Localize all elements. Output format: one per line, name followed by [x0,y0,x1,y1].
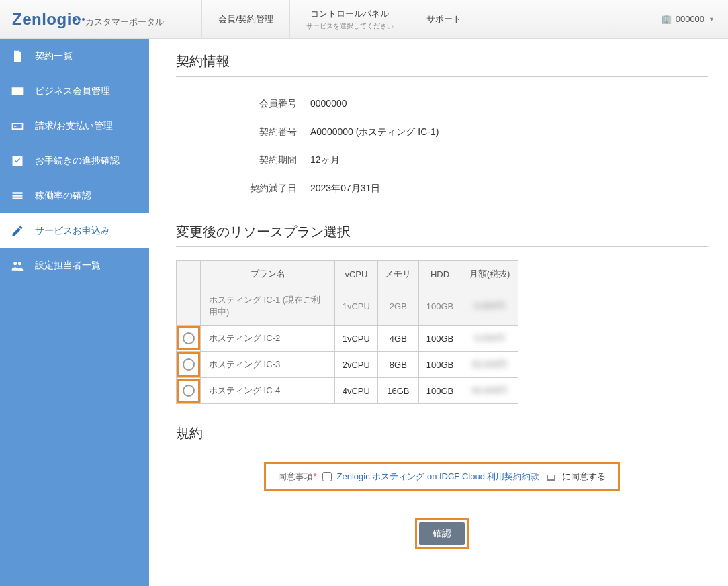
sidebar-item-business[interactable]: ビジネス会員管理 [0,74,149,109]
col-hdd: HDD [419,261,461,287]
sidebar: 契約一覧 ビジネス会員管理 請求/お支払い管理 お手続きの進捗確認 稼働率の確認… [0,39,149,586]
id-card-icon [11,85,24,98]
plan-row-ic4: ホスティング IC-4 4vCPU 16GB 100GB 00,000円 [177,378,518,404]
contract-heading: 契約情報 [176,52,708,77]
terms-heading: 規約 [176,424,708,448]
nav-members[interactable]: 会員/契約管理 [201,0,289,38]
sidebar-item-uptime[interactable]: 稼働率の確認 [0,179,149,213]
plan-row-ic2: ホスティング IC-2 1vCPU 4GB 100GB 0,000円 [177,326,518,352]
plan-table: プラン名 vCPU メモリ HDD 月額(税抜) ホスティング IC-1 (現在… [176,260,518,404]
logo-text: Zenlogic [12,10,81,29]
external-link-icon [547,475,555,481]
plan-row-current: ホスティング IC-1 (現在ご利用中) 1vCPU 2GB 100GB 0,0… [177,287,518,326]
agree-label: 同意事項* [278,471,316,483]
info-row-member: 会員番号 0000000 [230,90,708,118]
people-icon [11,259,24,273]
col-plan: プラン名 [201,261,335,287]
chevron-down-icon: ▼ [709,16,715,23]
agree-checkbox[interactable] [322,472,332,481]
col-price: 月額(税抜) [461,261,518,287]
billing-icon [11,119,24,133]
sidebar-item-billing[interactable]: 請求/お支払い管理 [0,109,149,144]
agree-suffix: に同意する [562,471,606,483]
info-row-period: 契約期間 12ヶ月 [230,146,708,175]
terms-link[interactable]: Zenlogic ホスティング on IDCF Cloud 利用契約約款 [337,471,540,483]
sidebar-item-label: 稼働率の確認 [35,190,91,202]
plans-heading: 変更後のリソースプラン選択 [176,223,708,247]
plan-radio-ic3[interactable] [177,352,200,377]
plan-radio-ic2[interactable] [177,326,200,350]
logo-dots-icon [73,6,85,13]
account-id: 000000 [676,14,704,24]
sidebar-item-apply[interactable]: サービスお申込み [0,213,149,248]
confirm-highlight: 確認 [415,518,469,549]
sidebar-item-contracts[interactable]: 契約一覧 [0,39,149,74]
bars-icon [11,189,24,203]
logo[interactable]: Zenlogic カスタマーポータル [0,10,201,29]
sidebar-item-label: お手続きの進捗確認 [35,155,120,167]
pen-icon [11,224,24,238]
sidebar-item-admins[interactable]: 設定担当者一覧 [0,248,149,283]
col-radio [177,261,201,287]
footer-copyright: © IDC Frontier Inc. All Rights Reserved. [176,583,708,586]
nav-control-panel[interactable]: コントロールパネル サービスを選択してください [289,0,410,38]
confirm-button[interactable]: 確認 [419,522,465,545]
col-mem: メモリ [377,261,418,287]
sidebar-item-label: サービスお申込み [35,225,110,237]
sidebar-item-label: 契約一覧 [35,50,73,62]
check-icon [11,154,24,168]
main-content: 契約情報 会員番号 0000000 契約番号 A0000000 (ホスティング … [149,39,728,586]
sidebar-item-label: ビジネス会員管理 [35,85,110,97]
sidebar-item-label: 設定担当者一覧 [35,260,101,272]
sidebar-item-progress[interactable]: お手続きの進捗確認 [0,144,149,179]
building-icon: 🏢 [661,14,672,24]
account-menu[interactable]: 🏢 000000 ▼ [647,0,728,38]
plan-row-ic3: ホスティング IC-3 2vCPU 8GB 100GB 00,000円 [177,352,518,378]
agreement-box: 同意事項* Zenlogic ホスティング on IDCF Cloud 利用契約… [264,462,620,491]
sidebar-item-label: 請求/お支払い管理 [35,120,113,132]
info-row-contract: 契約番号 A0000000 (ホスティング IC-1) [230,118,708,146]
plan-radio-ic4[interactable] [177,379,200,403]
info-row-expiry: 契約満了日 2023年07月31日 [230,175,708,203]
contract-info: 会員番号 0000000 契約番号 A0000000 (ホスティング IC-1)… [230,90,708,203]
logo-subtitle: カスタマーポータル [85,16,164,28]
header: Zenlogic カスタマーポータル 会員/契約管理 コントロールパネル サービ… [0,0,728,39]
top-nav: 会員/契約管理 コントロールパネル サービスを選択してください サポート [201,0,647,38]
col-vcpu: vCPU [335,261,378,287]
nav-support[interactable]: サポート [410,0,477,38]
document-icon [11,50,24,63]
